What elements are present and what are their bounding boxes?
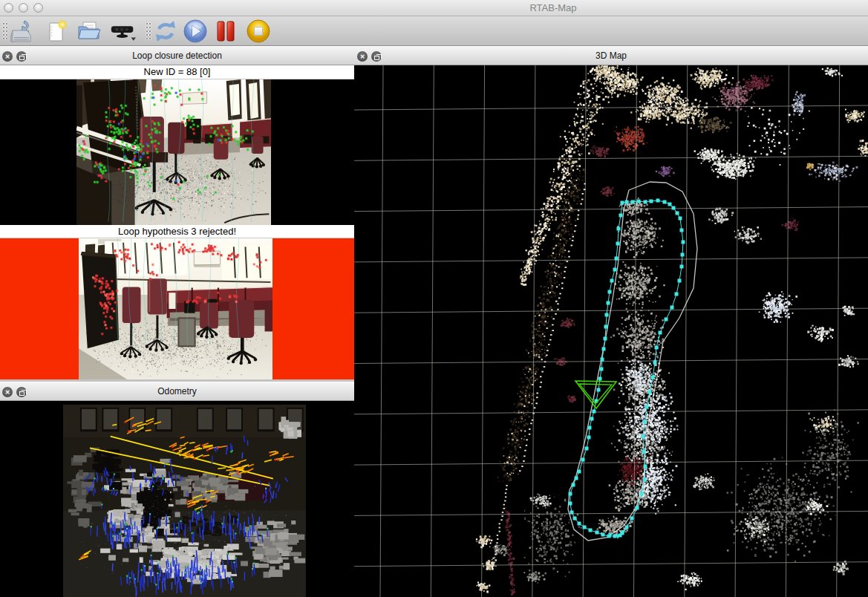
loop-closure-current-image-area — [0, 79, 354, 225]
odometry-image[interactable] — [63, 405, 306, 597]
refresh-icon — [153, 19, 178, 43]
reset-odometry-button[interactable] — [151, 19, 180, 44]
start-button[interactable] — [181, 19, 209, 44]
new-database-button[interactable] — [42, 19, 71, 44]
map3d-panel-header: 3D Map — [354, 46, 868, 65]
new-id-status: New ID = 88 [0] — [0, 65, 354, 79]
open-folder-icon — [76, 20, 102, 42]
new-file-icon — [45, 19, 68, 44]
odometry-image-area — [0, 401, 354, 597]
loop-closure-matched-image[interactable] — [79, 238, 273, 379]
left-dock-column: Loop closure detection New ID = 88 [0] L… — [0, 46, 354, 597]
pause-button[interactable] — [212, 19, 240, 44]
import-database-button[interactable] — [7, 19, 36, 44]
hypothesis-status: Loop hypothesis 3 rejected! — [0, 225, 354, 238]
database-import-icon — [8, 19, 36, 44]
source-kinect-button[interactable] — [109, 19, 137, 44]
window-title: RTAB-Map — [446, 2, 661, 13]
rtabmap-window: RTAB-Map — [0, 0, 868, 597]
minimize-window-button[interactable] — [19, 3, 28, 13]
odometry-panel-header: Odometry — [0, 382, 354, 401]
play-icon — [183, 19, 208, 44]
traffic-lights — [4, 3, 43, 13]
titlebar: RTAB-Map — [0, 0, 868, 16]
stop-icon — [246, 19, 271, 44]
toolbar-separator — [146, 22, 151, 41]
close-window-button[interactable] — [4, 3, 13, 13]
panel-title: Loop closure detection — [0, 50, 354, 61]
map-dock: 3D Map — [354, 46, 868, 597]
kinect-sensor-icon — [109, 19, 137, 43]
toolbar — [0, 16, 868, 46]
zoom-window-button[interactable] — [33, 3, 43, 13]
loop-closure-panel-header: Loop closure detection — [0, 46, 354, 65]
loop-closure-current-image[interactable] — [76, 79, 271, 225]
open-database-button[interactable] — [74, 19, 102, 44]
panel-title: Odometry — [0, 386, 354, 397]
map3d-viewport-area — [354, 65, 868, 597]
loop-closure-matched-image-area — [0, 238, 354, 379]
pause-icon — [213, 19, 238, 43]
stop-button[interactable] — [244, 19, 273, 44]
map-3d-viewport[interactable] — [354, 65, 868, 597]
panel-title: 3D Map — [354, 50, 868, 61]
